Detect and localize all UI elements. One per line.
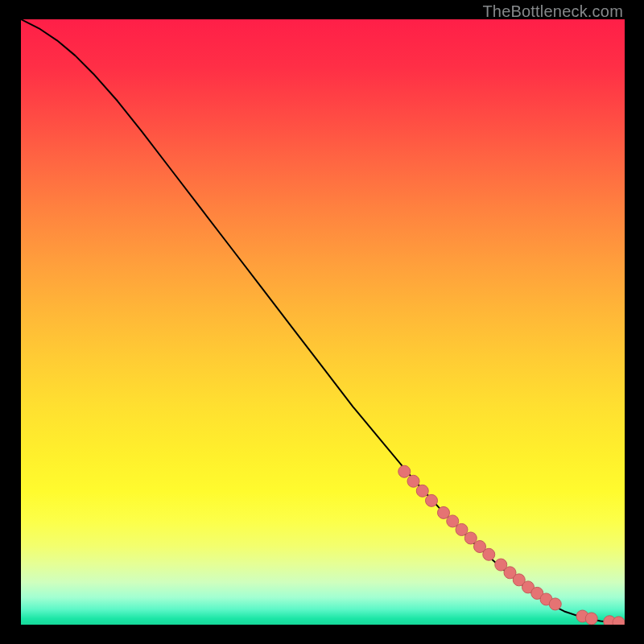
scatter-dots [398, 465, 625, 625]
scatter-dot [416, 485, 428, 497]
scatter-dot [398, 465, 411, 477]
scatter-dot [426, 494, 438, 506]
watermark-text: TheBottleneck.com [482, 2, 623, 21]
scatter-dot [613, 617, 625, 625]
scatter-dot [549, 598, 561, 610]
scatter-dot [407, 475, 419, 487]
scatter-dot [585, 613, 597, 625]
bottleneck-curve [21, 19, 625, 623]
scatter-dot [483, 548, 495, 560]
chart-svg [21, 19, 625, 625]
